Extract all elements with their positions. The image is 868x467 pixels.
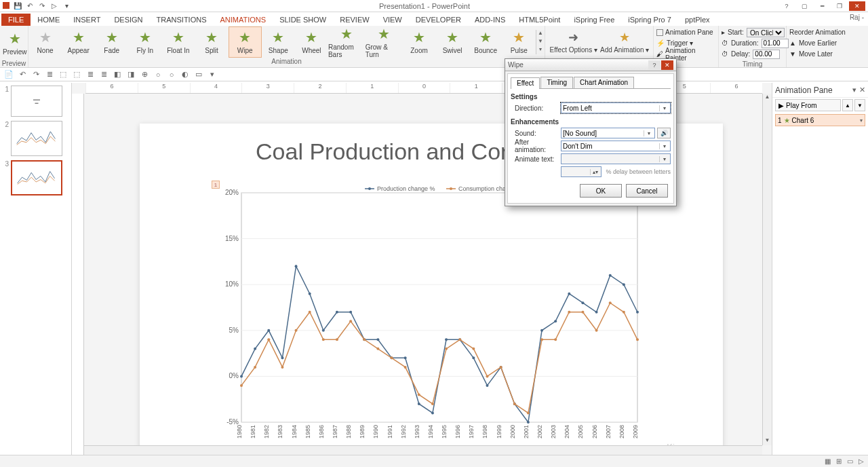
star-icon: [376, 26, 392, 42]
thumbnail-3[interactable]: [11, 160, 62, 195]
tab-file[interactable]: FILE: [1, 14, 31, 26]
dialog-tab-timing[interactable]: Timing: [540, 77, 573, 88]
sound-combo[interactable]: [No Sound]▾: [561, 128, 655, 138]
delay-input[interactable]: [753, 50, 780, 59]
pane-close-icon[interactable]: ✕: [859, 86, 865, 94]
tab-transitions[interactable]: TRANSITIONS: [150, 14, 214, 26]
anim-swivel[interactable]: Swivel: [436, 26, 469, 58]
qat-icon[interactable]: ▭: [194, 70, 203, 79]
tab-developer[interactable]: DEVELOPER: [409, 14, 468, 26]
ribbon-display-icon[interactable]: ▢: [796, 1, 812, 11]
move-later-button[interactable]: ▼Move Later: [789, 49, 833, 59]
qat-icon[interactable]: ⬚: [58, 70, 68, 79]
qat-icon[interactable]: ⊕: [140, 70, 149, 79]
close-button[interactable]: ✕: [849, 1, 865, 11]
chart-object[interactable]: 1 -5%0%5%10%15%20%Production change %Con…: [221, 179, 642, 443]
qat-icon[interactable]: ◧: [113, 70, 122, 79]
gallery-scroll[interactable]: ▲▼▾: [536, 30, 545, 54]
qat-icon[interactable]: ◐: [180, 70, 190, 79]
animation-pane-toggle[interactable]: Animation Pane: [656, 27, 713, 37]
effect-options-button[interactable]: ➜Effect Options ▾: [548, 30, 599, 54]
anim-growturn[interactable]: Grow & Turn: [366, 26, 403, 58]
anim-zoom[interactable]: Zoom: [402, 26, 435, 58]
direction-combo[interactable]: From Left▾: [561, 102, 671, 113]
qat-icon[interactable]: ⬚: [72, 70, 81, 79]
tab-design[interactable]: DESIGN: [107, 14, 149, 26]
view-reading-icon[interactable]: ▭: [847, 457, 853, 465]
thumbnail-1[interactable]: ▬▬▬: [11, 86, 62, 117]
qat-save-icon[interactable]: 💾: [14, 2, 22, 10]
anim-floatin[interactable]: Float In: [161, 26, 195, 58]
dialog-tab-effect[interactable]: Effect: [511, 77, 540, 89]
anim-split[interactable]: Split: [195, 26, 228, 58]
anim-bounce[interactable]: Bounce: [469, 26, 502, 58]
editor-scrollbar-h[interactable]: [84, 445, 762, 455]
anim-wheel[interactable]: Wheel: [295, 26, 328, 58]
qat-icon[interactable]: ○: [167, 70, 176, 79]
after-animation-combo[interactable]: Don't Dim▾: [561, 141, 671, 151]
qat-icon[interactable]: ≣: [85, 70, 95, 79]
sound-preview-button[interactable]: 🔊: [657, 128, 671, 138]
start-select[interactable]: On Click: [747, 28, 785, 37]
qat-icon[interactable]: ◨: [126, 70, 136, 79]
minimize-button[interactable]: ━: [814, 1, 830, 11]
maximize-button[interactable]: ❐: [831, 1, 848, 11]
view-normal-icon[interactable]: ▦: [825, 457, 831, 465]
dialog-tab-chart-animation[interactable]: Chart Animation: [574, 77, 634, 88]
svg-text:1998: 1998: [481, 425, 488, 438]
play-up-button[interactable]: ▲: [842, 99, 853, 111]
dialog-close-button[interactable]: ✕: [661, 60, 673, 70]
tab-home[interactable]: HOME: [31, 14, 66, 26]
chevron-down-icon[interactable]: ▾: [860, 117, 863, 124]
add-animation-button[interactable]: ★Add Animation ▾: [599, 30, 651, 54]
editor-scrollbar-v[interactable]: ▲▼: [762, 94, 772, 445]
qat-icon[interactable]: ≣: [45, 70, 54, 79]
anim-wipe[interactable]: Wipe: [229, 26, 262, 58]
anim-none[interactable]: ★None: [28, 26, 62, 58]
animation-item[interactable]: 1 ★ Chart 6 ▾: [775, 114, 865, 126]
tab-slideshow[interactable]: SLIDE SHOW: [273, 14, 333, 26]
play-from-button[interactable]: ▶Play From: [775, 99, 841, 111]
qat-icon[interactable]: 📄: [4, 70, 14, 79]
preview-button[interactable]: Preview: [3, 27, 27, 58]
tab-ispring-pro[interactable]: iSpring Pro 7: [621, 14, 678, 26]
play-down-button[interactable]: ▼: [854, 99, 865, 111]
thumbnail-2[interactable]: [11, 121, 62, 156]
qat-undo-icon[interactable]: ↶: [26, 2, 34, 10]
qat-more-icon[interactable]: ▾: [62, 2, 71, 10]
anim-appear[interactable]: Appear: [62, 26, 95, 58]
anim-flyin[interactable]: Fly In: [128, 26, 161, 58]
tab-insert[interactable]: INSERT: [66, 14, 107, 26]
anim-pulse[interactable]: ★Pulse: [502, 26, 536, 58]
tab-review[interactable]: REVIEW: [333, 14, 376, 26]
anim-fade[interactable]: Fade: [95, 26, 128, 58]
qat-icon[interactable]: ↷: [31, 70, 41, 79]
duration-input[interactable]: [762, 39, 789, 48]
svg-point-75: [595, 329, 598, 332]
pane-dropdown-icon[interactable]: ▾: [852, 86, 856, 94]
qat-start-icon[interactable]: ▷: [50, 2, 58, 10]
qat-icon[interactable]: ≣: [99, 70, 108, 79]
animation-gallery[interactable]: ★None Appear Fade Fly In Float In Split …: [28, 26, 536, 58]
move-earlier-button[interactable]: ▲Move Earlier: [789, 38, 837, 48]
view-slideshow-icon[interactable]: ▷: [859, 457, 864, 465]
qat-icon[interactable]: ↶: [18, 70, 27, 79]
tab-addins[interactable]: ADD-INS: [468, 14, 512, 26]
tab-html5point[interactable]: HTML5Point: [512, 14, 567, 26]
qat-icon[interactable]: ○: [153, 70, 163, 79]
tab-animations[interactable]: ANIMATIONS: [214, 14, 273, 26]
animation-tag[interactable]: 1: [212, 181, 220, 189]
help-icon[interactable]: ?: [778, 1, 795, 11]
anim-randombars[interactable]: Random Bars: [328, 26, 366, 58]
qat-icon[interactable]: ▾: [208, 70, 217, 79]
tab-ispring-free[interactable]: iSpring Free: [567, 14, 621, 26]
dialog-help-button[interactable]: ?: [648, 60, 660, 70]
qat-redo-icon[interactable]: ↷: [38, 2, 46, 10]
anim-shape[interactable]: Shape: [262, 26, 295, 58]
tab-pptplex[interactable]: pptPlex: [678, 14, 717, 26]
ok-button[interactable]: OK: [580, 184, 622, 198]
tab-view[interactable]: VIEW: [376, 14, 409, 26]
cancel-button[interactable]: Cancel: [626, 184, 668, 198]
animation-painter-button[interactable]: 🖌Animation Painter: [656, 49, 715, 59]
view-sorter-icon[interactable]: ⊞: [836, 457, 842, 465]
